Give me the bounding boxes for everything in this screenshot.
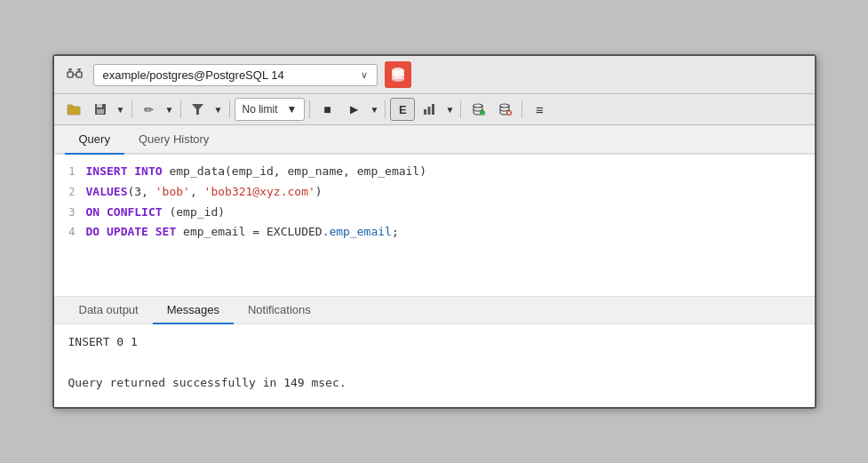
svg-text:✓: ✓ <box>481 111 484 116</box>
connection-dropdown[interactable]: example/postgres@PostgreSQL 14 ∨ <box>93 64 378 86</box>
main-window: example/postgres@PostgreSQL 14 ∨ ▼ ✏ ▼ <box>52 54 816 409</box>
explain-button[interactable]: E <box>390 98 415 121</box>
line-number-2: 2 <box>54 184 86 201</box>
tab-query[interactable]: Query <box>65 125 124 155</box>
stop-button[interactable]: ■ <box>315 98 339 121</box>
code-line-2: 2 VALUES(3, 'bob', 'bob321@xyz.com') <box>54 182 815 203</box>
code-line-4: 4 DO UPDATE SET emp_email = EXCLUDED.emp… <box>54 222 815 243</box>
line-number-4: 4 <box>54 224 86 241</box>
tab-data-output[interactable]: Data output <box>65 297 153 324</box>
code-line-1: 1 INSERT INTO emp_data(emp_id, emp_name,… <box>54 162 815 182</box>
output-area: INSERT 0 1 Query returned successfully i… <box>54 324 815 407</box>
line-number-1: 1 <box>54 164 86 180</box>
svg-rect-16 <box>424 109 426 115</box>
dropdown-arrow-icon: ∨ <box>361 69 368 81</box>
line-number-3: 3 <box>54 204 86 221</box>
bottom-tabs-bar: Data output Messages Notifications <box>54 297 815 324</box>
svg-rect-17 <box>428 107 431 115</box>
no-limit-label: No limit <box>243 103 278 116</box>
toolbar-separator-6 <box>460 100 461 118</box>
db-server-icon <box>385 61 411 88</box>
chart-button[interactable] <box>417 98 442 121</box>
top-tabs-bar: Query Query History <box>54 125 815 155</box>
code-line-3: 3 ON CONFLICT (emp_id) <box>54 203 815 223</box>
toolbar-separator-3 <box>229 100 230 118</box>
output-line-1: INSERT 0 1 <box>68 335 800 348</box>
code-editor[interactable]: 1 INSERT INTO emp_data(emp_id, emp_name,… <box>54 155 815 297</box>
svg-rect-0 <box>68 72 73 77</box>
save-button[interactable] <box>88 98 113 121</box>
svg-rect-18 <box>432 104 434 115</box>
filter-button[interactable] <box>186 98 211 121</box>
svg-point-11 <box>392 76 404 82</box>
toolbar-separator-1 <box>131 100 132 118</box>
connection-icon <box>63 63 86 86</box>
connection-text: example/postgres@PostgreSQL 14 <box>103 68 284 82</box>
no-limit-arrow-icon: ▼ <box>287 103 298 116</box>
svg-rect-14 <box>97 109 104 114</box>
svg-rect-1 <box>76 72 82 77</box>
menu-button[interactable]: ≡ <box>527 98 552 121</box>
tab-notifications[interactable]: Notifications <box>234 297 325 324</box>
toolbar: ▼ ✏ ▼ ▼ No limit ▼ ■ ▶ ▼ E ▼ <box>54 94 815 125</box>
toolbar-separator-2 <box>180 100 181 118</box>
filter-dropdown-button[interactable]: ▼ <box>212 98 225 121</box>
explain-label: E <box>399 103 407 116</box>
svg-point-19 <box>474 104 482 108</box>
edit-button[interactable]: ✏ <box>137 98 162 121</box>
open-file-button[interactable] <box>61 98 86 121</box>
output-line-3: Query returned successfully in 149 msec. <box>68 376 800 389</box>
output-line-2 <box>68 355 800 369</box>
save-dropdown-button[interactable]: ▼ <box>115 98 127 121</box>
run-button[interactable]: ▶ <box>341 98 366 121</box>
no-limit-dropdown[interactable]: No limit ▼ <box>235 98 306 121</box>
disconnect-db-button[interactable] <box>492 98 517 121</box>
svg-point-22 <box>500 104 509 108</box>
tab-query-history[interactable]: Query History <box>124 125 223 155</box>
toolbar-separator-5 <box>385 100 386 118</box>
edit-dropdown-button[interactable]: ▼ <box>163 98 176 121</box>
connection-bar: example/postgres@PostgreSQL 14 ∨ <box>54 56 815 94</box>
connect-db-button[interactable]: ✓ <box>466 98 490 121</box>
svg-rect-13 <box>97 104 102 108</box>
toolbar-separator-4 <box>309 100 310 118</box>
chart-dropdown-button[interactable]: ▼ <box>443 98 456 121</box>
run-dropdown-button[interactable]: ▼ <box>368 98 380 121</box>
toolbar-separator-7 <box>522 100 522 118</box>
svg-marker-15 <box>192 104 203 115</box>
tab-messages[interactable]: Messages <box>153 297 234 324</box>
